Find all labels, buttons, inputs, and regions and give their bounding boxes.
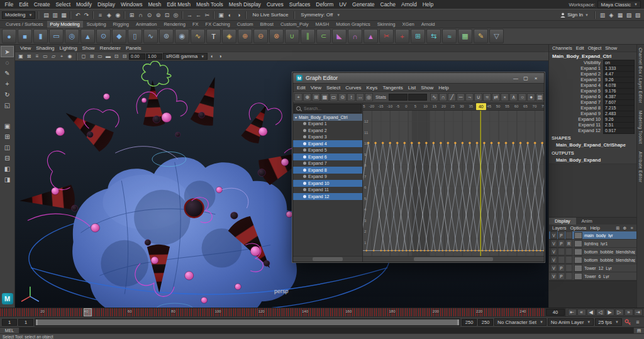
layer-ref-toggle[interactable] <box>565 264 572 272</box>
shelf-tab-skinning[interactable]: Skinning <box>374 21 399 28</box>
create-empty-layer-icon[interactable]: ⊞ <box>614 225 621 231</box>
ge-channel-expand-1[interactable]: Expand 1 <box>293 121 362 128</box>
ge-menu-view[interactable]: View <box>308 85 324 91</box>
exposure-toggle-icon[interactable]: ◐ <box>208 53 216 60</box>
fps-dropdown[interactable]: 25 fps ▼ <box>595 318 622 326</box>
layer-color-swatch[interactable] <box>574 265 582 272</box>
layer-color-swatch[interactable] <box>574 273 582 280</box>
cb-menu-object[interactable]: Object <box>586 45 604 51</box>
open-scene-icon[interactable]: ▥ <box>50 11 59 19</box>
toggle-character-controls-icon[interactable]: ◈ <box>607 11 616 19</box>
command-language-toggle[interactable]: MEL <box>0 328 19 333</box>
shape-node-name[interactable]: Main_Body_Expand_CtrlShape <box>549 142 636 148</box>
layer-menu-help[interactable]: Help <box>588 225 601 231</box>
multi-cut-icon[interactable]: ✂ <box>379 29 394 43</box>
snap-to-curve-icon[interactable]: ∩ <box>136 11 145 19</box>
ipr-render-icon[interactable]: ◑ <box>234 11 243 19</box>
shelf-tab-rigging[interactable]: Rigging <box>110 21 132 28</box>
playback-end-field[interactable] <box>478 319 493 326</box>
sweep-mesh-icon[interactable]: ∿ <box>191 29 205 43</box>
cb-menu-edit[interactable]: Edit <box>574 45 586 51</box>
poly-disc-icon[interactable]: ⊙ <box>96 29 111 43</box>
extrude-icon[interactable]: ▲ <box>364 29 378 43</box>
layer-row-tower-6-lyr[interactable]: VPTower_6_Lyr <box>549 272 636 281</box>
2d-pan-zoom-icon[interactable]: + <box>58 53 65 60</box>
break-tangents-icon[interactable]: × <box>501 93 509 101</box>
step-back-frame-button[interactable]: ◀ <box>587 309 596 316</box>
range-slider-handle[interactable] <box>36 320 459 325</box>
boolean-intersection-icon[interactable]: ⊗ <box>269 29 284 43</box>
menu-cache[interactable]: Cache <box>377 1 399 8</box>
two-pane-side-layout[interactable]: ◫ <box>1 142 13 152</box>
channel-name[interactable]: Expand 4 <box>549 82 603 88</box>
current-frame-flag[interactable]: 40 <box>476 103 486 110</box>
layer-row-bottom-bobble-blendshap[interactable]: Vbottom_bobble_blendshap... <box>549 256 636 264</box>
shelf-tab-fx-caching[interactable]: FX Caching <box>203 21 233 28</box>
retopologize-icon[interactable]: ▦ <box>458 29 472 43</box>
layer-color-swatch[interactable] <box>574 240 582 247</box>
poly-cone-icon[interactable]: ▲ <box>80 29 95 43</box>
viewport-menu-panels[interactable]: Panels <box>123 45 143 51</box>
gate-mask-icon[interactable]: ▬ <box>104 53 112 60</box>
shelf-tab-mash[interactable]: MASH <box>312 21 332 28</box>
layer-row-lighting-lyr1[interactable]: VPRlighting_lyr1 <box>549 240 636 248</box>
lasso-tool[interactable]: ◌ <box>1 57 13 67</box>
panel-tab-modeling-toolkit[interactable]: Modeling Toolkit <box>638 111 643 144</box>
layer-ref-toggle[interactable] <box>565 248 572 255</box>
ge-channel-expand-9[interactable]: Expand 9 <box>293 174 362 181</box>
exposure-field[interactable] <box>129 53 145 60</box>
ge-search-input[interactable] <box>303 106 359 111</box>
poly-cylinder-icon[interactable]: ▮ <box>33 29 48 43</box>
layer-color-swatch[interactable] <box>574 248 582 255</box>
poly-gear-icon[interactable]: ⊛ <box>159 29 174 43</box>
menu-display[interactable]: Display <box>95 1 118 8</box>
front-facing-cone[interactable] <box>185 199 204 217</box>
playback-start-field[interactable] <box>2 319 17 326</box>
viewport-menu-show[interactable]: Show <box>80 45 97 51</box>
sign-in-button[interactable]: Sign In ▼ <box>557 12 592 18</box>
open-render-view-icon[interactable]: ▣ <box>216 11 225 19</box>
shelf-tab-arnold[interactable]: Arnold <box>418 21 438 28</box>
layer-options-icon[interactable]: ≡ <box>628 225 635 231</box>
layer-visibility-toggle[interactable]: V <box>550 272 557 280</box>
ge-menu-curves[interactable]: Curves <box>343 85 364 91</box>
move-nearest-picked-key-icon[interactable]: + <box>294 93 303 101</box>
output-connections-icon[interactable]: ← <box>194 11 203 19</box>
snap-to-grid-icon[interactable]: ⊞ <box>127 11 136 19</box>
linear-tangents-icon[interactable]: ╱ <box>448 93 456 101</box>
combine-icon[interactable]: ∪ <box>285 29 299 43</box>
ge-horizontal-scrollbar[interactable] <box>363 256 544 262</box>
ge-curve-view[interactable] <box>363 111 544 256</box>
bookmarks-icon[interactable]: ▭ <box>42 53 49 60</box>
oversampling-icon[interactable]: ◉ <box>66 53 74 60</box>
layer-color-swatch[interactable] <box>574 257 582 264</box>
animation-end-field[interactable] <box>462 319 477 326</box>
current-time-marker[interactable] <box>84 308 92 316</box>
three-pane-left-layout[interactable]: ◧ <box>1 164 13 174</box>
menu-curves[interactable]: Curves <box>264 1 286 8</box>
clamped-tangents-icon[interactable]: ∩ <box>439 93 447 101</box>
sculpt-tool-icon[interactable]: ✎ <box>474 29 488 43</box>
paint-select-tool[interactable]: ✎ <box>1 68 13 78</box>
animation-start-field[interactable] <box>18 319 33 326</box>
live-surface-indicator[interactable]: No Live Surface <box>249 12 291 18</box>
ge-channel-expand-2[interactable]: Expand 2 <box>293 127 362 134</box>
channel-box-node-name[interactable]: Main_Body_Expand_Ctrl <box>549 52 636 60</box>
minimize-button[interactable]: — <box>511 75 521 82</box>
time-slider[interactable]: 20406080100120140160180200220240 <box>0 308 545 316</box>
layer-visibility-toggle[interactable]: V <box>550 231 557 239</box>
stat-time-field[interactable] <box>389 94 408 101</box>
layer-playback-toggle[interactable]: P <box>558 231 565 239</box>
ge-menu-keys[interactable]: Keys <box>364 85 380 91</box>
menu-create[interactable]: Create <box>31 1 53 8</box>
layer-visibility-toggle[interactable]: V <box>550 256 557 264</box>
layer-row-main-body-lyr[interactable]: VPmain_body_lyr <box>549 231 636 240</box>
ge-channel-root[interactable]: ▾Main_Body_Expand_Ctrl <box>293 114 362 121</box>
target-weld-icon[interactable]: + <box>395 29 409 43</box>
ge-channel-expand-6[interactable]: Expand 6 <box>293 153 362 160</box>
select-camera-icon[interactable]: ▣ <box>17 53 25 60</box>
flat-tangents-icon[interactable]: ─ <box>457 93 465 101</box>
image-plane-icon[interactable]: ▱ <box>50 53 57 60</box>
frame-playback-range-icon[interactable]: ↔ <box>356 93 364 101</box>
close-button[interactable]: × <box>531 75 541 82</box>
